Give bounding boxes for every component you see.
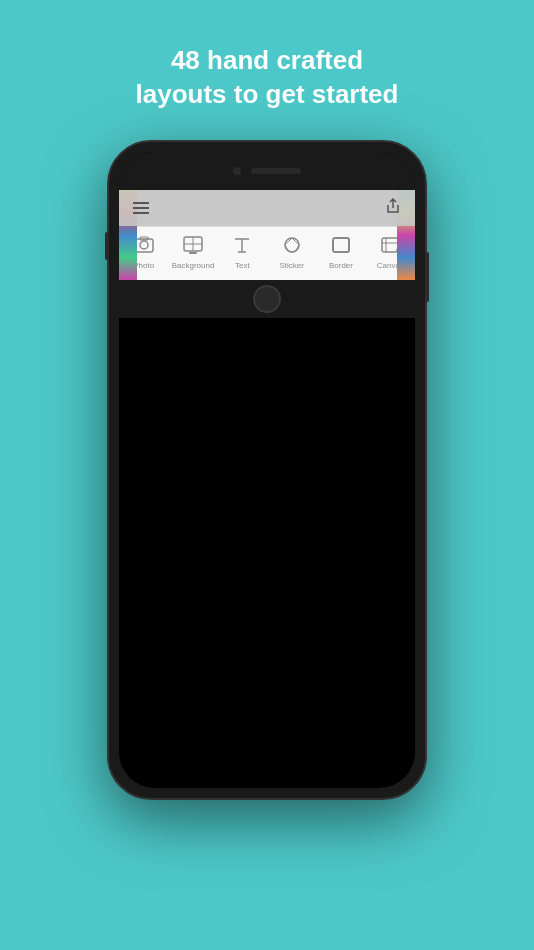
camera-dot	[233, 167, 241, 175]
app-screen: Choose a Layout Cancel	[119, 190, 415, 280]
phone-device: Choose a Layout Cancel	[107, 140, 427, 800]
phone-screen: Choose a Layout Cancel	[119, 152, 415, 788]
headline: 48 hand crafted layouts to get started	[96, 44, 439, 112]
headline-line1: 48 hand crafted	[171, 45, 363, 75]
share-icon[interactable]	[385, 198, 401, 218]
menu-icon[interactable]	[133, 202, 149, 214]
phone-top-bar	[119, 152, 415, 190]
phone-bottom-bar	[119, 280, 415, 318]
headline-line2: layouts to get started	[136, 79, 399, 109]
home-button[interactable]	[253, 285, 281, 313]
phone-speaker	[251, 168, 301, 174]
app-nav-bar	[119, 190, 415, 226]
